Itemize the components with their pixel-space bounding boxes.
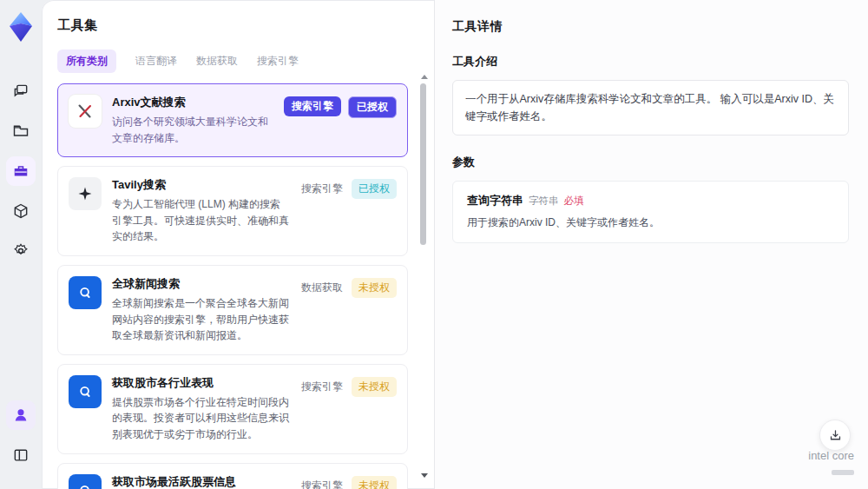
details-title: 工具详情 <box>452 19 849 35</box>
tool-name: 获取股市各行业表现 <box>112 375 289 391</box>
tab-data-fetch[interactable]: 数据获取 <box>196 50 238 73</box>
status-badge: 未授权 <box>352 377 397 397</box>
params-heading: 参数 <box>452 155 849 170</box>
param-name: 查询字符串 <box>467 193 523 208</box>
scroll-up-arrow-icon[interactable] <box>421 75 428 79</box>
arxiv-icon <box>69 95 102 128</box>
tab-all-categories[interactable]: 所有类别 <box>57 50 116 73</box>
list-scrollbar[interactable] <box>418 75 429 479</box>
sidebar-item-settings[interactable] <box>6 236 36 266</box>
param-required-badge: 必填 <box>564 195 584 208</box>
tab-translation[interactable]: 语言翻译 <box>135 50 177 73</box>
sidebar-item-tools[interactable] <box>6 156 36 186</box>
intel-core-logo: intel core <box>808 447 854 479</box>
tool-details-panel: 工具详情 工具介绍 一个用于从Arxiv存储库搜索科学论文和文章的工具。 输入可… <box>435 0 868 489</box>
tool-intro-text: 一个用于从Arxiv存储库搜索科学论文和文章的工具。 输入可以是Arxiv ID… <box>452 80 849 135</box>
category-label: 搜索引擎 <box>299 377 345 397</box>
gear-icon <box>12 242 30 260</box>
tool-desc: 专为人工智能代理 (LLM) 构建的搜索引擎工具。可快速提供实时、准确和真实的结… <box>112 196 289 245</box>
stock-search-icon <box>69 375 102 408</box>
page-title: 工具集 <box>57 17 434 34</box>
scrollbar-thumb[interactable] <box>420 83 426 245</box>
status-badge: 已授权 <box>348 96 397 118</box>
sidebar-item-collapse[interactable] <box>6 440 36 470</box>
download-button[interactable] <box>819 420 851 451</box>
tool-name: 获取市场最活跃股票信息 <box>112 474 289 489</box>
tool-card-sector-performance[interactable]: 获取股市各行业表现 提供股票市场各个行业在特定时间段内的表现。投资者可以利用这些… <box>57 364 408 454</box>
tool-name: 全球新闻搜索 <box>112 276 289 292</box>
panel-toggle-icon <box>12 446 30 464</box>
category-label: 搜索引擎 <box>299 476 345 489</box>
tool-card-tavily[interactable]: Tavily搜索 专为人工智能代理 (LLM) 构建的搜索引擎工具。可快速提供实… <box>57 166 408 256</box>
tool-name: Tavily搜索 <box>112 177 289 193</box>
tool-card-global-news[interactable]: 全球新闻搜索 全球新闻搜索是一个聚合全球各大新闻网站内容的搜索引擎，帮助用户快速… <box>57 265 408 355</box>
tab-search-engine[interactable]: 搜索引擎 <box>257 50 299 73</box>
cube-icon <box>12 202 30 220</box>
param-card: 查询字符串 字符串 必填 用于搜索的Arxiv ID、关键字或作者姓名。 <box>452 181 849 243</box>
sidebar-item-account[interactable] <box>6 400 36 430</box>
toolset-panel: 工具集 所有类别 语言翻译 数据获取 搜索引擎 Arxiv文献搜索 访问各个研究… <box>42 0 434 489</box>
param-desc: 用于搜索的Arxiv ID、关键字或作者姓名。 <box>467 215 834 230</box>
scroll-down-arrow-icon[interactable] <box>421 473 428 478</box>
sidebar-item-models[interactable] <box>6 196 36 226</box>
download-icon <box>828 428 843 443</box>
tool-desc: 提供股票市场各个行业在特定时间段内的表现。投资者可以利用这些信息来识别表现优于或… <box>112 394 289 443</box>
user-icon <box>12 406 30 424</box>
intro-heading: 工具介绍 <box>452 54 849 69</box>
tool-name: Arxiv文献搜索 <box>112 95 273 110</box>
tool-card-arxiv[interactable]: Arxiv文献搜索 访问各个研究领域大量科学论文和文章的存储库。 搜索引擎 已授… <box>57 83 408 157</box>
stock-search-icon <box>69 474 102 489</box>
left-icon-rail <box>0 0 42 489</box>
tool-list: Arxiv文献搜索 访问各个研究领域大量科学论文和文章的存储库。 搜索引擎 已授… <box>57 83 408 489</box>
brand-text: intel core <box>808 449 854 462</box>
tool-card-active-stocks[interactable]: 获取市场最活跃股票信息 提供当天交易量最高的股票列表，投资者可以利用这些信息来识… <box>57 463 408 489</box>
sidebar-item-chat[interactable] <box>6 76 36 106</box>
chat-icon <box>12 83 30 100</box>
tool-desc: 访问各个研究领域大量科学论文和文章的存储库。 <box>112 114 273 146</box>
star-icon <box>69 177 102 210</box>
category-label: 数据获取 <box>299 278 345 298</box>
param-type: 字符串 <box>529 195 559 208</box>
category-badge: 搜索引擎 <box>284 96 341 116</box>
app-logo-icon <box>8 12 34 42</box>
status-badge: 未授权 <box>352 278 397 298</box>
toolbox-icon <box>12 162 30 180</box>
status-badge: 未授权 <box>352 476 397 489</box>
status-badge: 已授权 <box>352 179 397 199</box>
news-search-icon <box>69 276 102 309</box>
tool-desc: 全球新闻搜索是一个聚合全球各大新闻网站内容的搜索引擎，帮助用户快速获取全球最新资… <box>112 295 289 344</box>
category-tabs: 所有类别 语言翻译 数据获取 搜索引擎 <box>57 50 434 73</box>
brand-subbadge <box>832 470 854 475</box>
folder-icon <box>12 122 30 140</box>
sidebar-item-files[interactable] <box>6 116 36 146</box>
category-label: 搜索引擎 <box>299 179 345 199</box>
main-surface: 工具集 所有类别 语言翻译 数据获取 搜索引擎 Arxiv文献搜索 访问各个研究… <box>42 0 868 489</box>
